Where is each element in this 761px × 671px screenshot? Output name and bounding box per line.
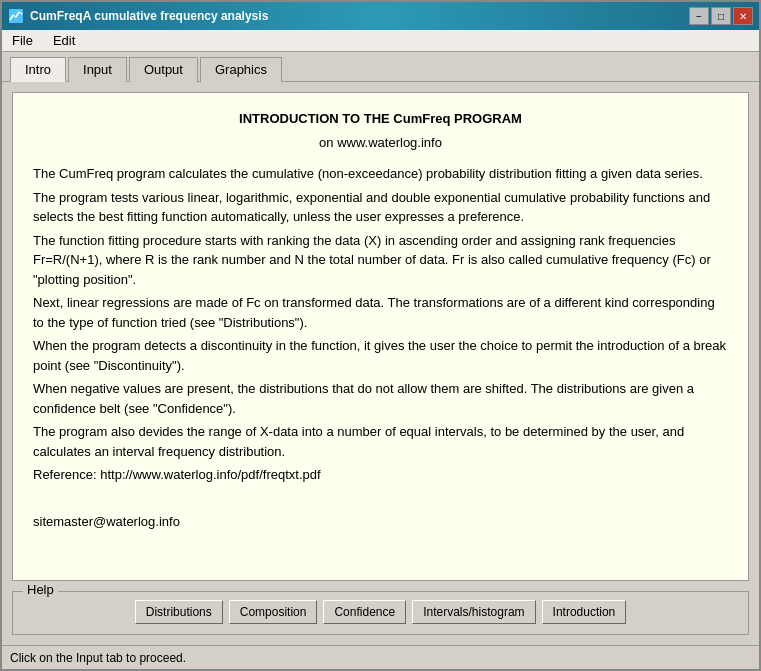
help-distributions-button[interactable]: Distributions [135, 600, 223, 624]
status-bar: Click on the Input tab to proceed. [2, 645, 759, 669]
intro-text: The CumFreq program calculates the cumul… [33, 164, 728, 532]
tab-intro[interactable]: Intro [10, 57, 66, 82]
intro-para-0: The CumFreq program calculates the cumul… [33, 164, 728, 184]
help-introduction-button[interactable]: Introduction [542, 600, 627, 624]
help-composition-button[interactable]: Composition [229, 600, 318, 624]
title-bar-left: CumFreqA cumulative frequency analysis [8, 8, 268, 24]
status-text: Click on the Input tab to proceed. [10, 651, 186, 665]
help-group: Help Distributions Composition Confidenc… [12, 591, 749, 635]
tab-graphics[interactable]: Graphics [200, 57, 282, 82]
title-bar: CumFreqA cumulative frequency analysis −… [2, 2, 759, 30]
window-controls: − □ ✕ [689, 7, 753, 25]
content-area: INTRODUCTION TO THE CumFreq PROGRAM on w… [2, 81, 759, 645]
tab-bar: Intro Input Output Graphics [2, 52, 759, 81]
maximize-button[interactable]: □ [711, 7, 731, 25]
main-window: CumFreqA cumulative frequency analysis −… [0, 0, 761, 671]
intro-para-1: The program tests various linear, logari… [33, 188, 728, 227]
intro-box: INTRODUCTION TO THE CumFreq PROGRAM on w… [12, 92, 749, 581]
window-title: CumFreqA cumulative frequency analysis [30, 9, 268, 23]
intro-subtitle: on www.waterlog.info [33, 133, 728, 153]
menu-file[interactable]: File [6, 32, 39, 49]
intro-para-8 [33, 489, 728, 509]
intro-para-6: The program also devides the range of X-… [33, 422, 728, 461]
minimize-button[interactable]: − [689, 7, 709, 25]
intro-para-4: When the program detects a discontinuity… [33, 336, 728, 375]
tab-input[interactable]: Input [68, 57, 127, 82]
help-buttons: Distributions Composition Confidence Int… [25, 600, 736, 624]
menu-bar: File Edit [2, 30, 759, 52]
intro-para-3: Next, linear regressions are made of Fc … [33, 293, 728, 332]
menu-edit[interactable]: Edit [47, 32, 81, 49]
intro-para-2: The function fitting procedure starts wi… [33, 231, 728, 290]
tab-output[interactable]: Output [129, 57, 198, 82]
help-legend: Help [23, 582, 58, 597]
intro-para-7: Reference: http://www.waterlog.info/pdf/… [33, 465, 728, 485]
intro-para-5: When negative values are present, the di… [33, 379, 728, 418]
intro-email: sitemaster@waterlog.info [33, 512, 728, 532]
intro-title: INTRODUCTION TO THE CumFreq PROGRAM [33, 109, 728, 129]
help-intervals-button[interactable]: Intervals/histogram [412, 600, 535, 624]
help-confidence-button[interactable]: Confidence [323, 600, 406, 624]
close-button[interactable]: ✕ [733, 7, 753, 25]
app-icon [8, 8, 24, 24]
